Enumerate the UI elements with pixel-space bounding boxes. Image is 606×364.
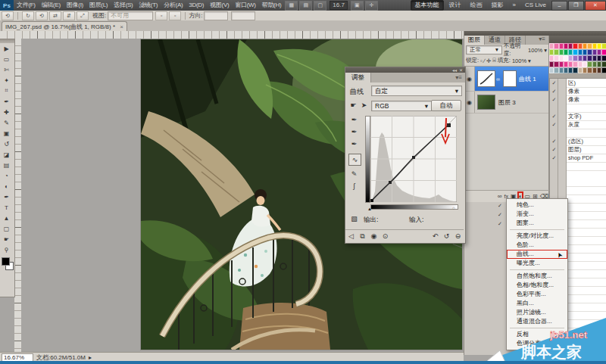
black-slider-icon[interactable]: ▲ — [367, 207, 372, 211]
history-brush-tool[interactable]: ↺ — [0, 138, 13, 149]
zoom-level-field[interactable]: 16.7 — [330, 1, 348, 10]
menu-layer[interactable]: 图层(L) — [86, 0, 111, 11]
clone-stamp-tool[interactable]: ▣ — [0, 128, 13, 138]
return-to-list-icon[interactable]: ◁ — [345, 231, 357, 241]
channel-dropdown[interactable]: RGB ▾ — [371, 101, 432, 111]
color-chips[interactable] — [0, 257, 13, 270]
workspace-photo-button[interactable]: 摄影 — [488, 1, 508, 10]
layer-row-curves[interactable]: ◉ ∞ 曲线 1 — [464, 67, 548, 92]
menu-item-solid-color[interactable]: 纯色... — [507, 201, 567, 210]
visibility-eye-icon[interactable]: ◉ — [464, 92, 475, 113]
lock-transparent-icon[interactable]: ▫ — [480, 58, 483, 64]
layer-name[interactable]: 图层 3 — [498, 98, 516, 107]
panel-menu-icon[interactable]: ▾≡ — [455, 74, 465, 81]
menu-item-gradient[interactable]: 渐变... — [507, 210, 567, 219]
brush-tool[interactable]: ✎ — [0, 117, 13, 128]
visibility-eye-icon[interactable]: ◉ — [464, 67, 475, 91]
menu-help[interactable]: 帮助(H) — [259, 0, 285, 11]
opacity-chevron-icon[interactable]: ▾ — [544, 47, 547, 54]
check-icon[interactable]: ✓ — [550, 145, 558, 154]
menu-item-hue-saturation[interactable]: 色相/饱和度... — [507, 281, 567, 290]
mode-icon-5[interactable]: ⤢ — [77, 11, 89, 20]
menu-view[interactable]: 视图(V) — [207, 0, 232, 11]
menu-item-photo-filter[interactable]: 照片滤镜... — [507, 308, 567, 317]
path-selection-tool[interactable]: ▲ — [0, 213, 13, 223]
check-icon[interactable]: ✓ — [550, 154, 558, 162]
layer-name[interactable]: 曲线 1 — [519, 75, 536, 83]
swatches-header[interactable] — [549, 36, 606, 43]
check-icon[interactable]: ✓ — [550, 95, 558, 104]
collapse-icon[interactable]: ◂◂ — [452, 67, 457, 73]
mini-bridge-icon[interactable]: ▤ — [299, 1, 312, 11]
menu-item-exposure[interactable]: 曝光度... — [507, 259, 567, 268]
marquee-tool[interactable]: ▭ — [0, 54, 13, 64]
move-tool[interactable]: ▶ — [0, 43, 13, 54]
menu-filter[interactable]: 滤镜(T) — [136, 0, 161, 11]
curves-preset-dropdown[interactable]: 自定 ▾ — [371, 86, 462, 96]
check-icon[interactable]: ✓ — [550, 79, 558, 87]
menu-item-levels[interactable]: 色阶... — [507, 241, 567, 250]
document-tab[interactable]: IMG_267.psd @ 16.7%(曲线 1, RGB/8) * × — [2, 21, 127, 32]
workspace-paint-button[interactable]: 绘画 — [467, 1, 486, 10]
pen-tool[interactable]: ✒ — [0, 191, 13, 202]
expanded-view-icon[interactable]: ⧉ — [357, 231, 368, 241]
swatch[interactable] — [601, 55, 606, 61]
menu-item-pattern[interactable]: 图案... — [507, 219, 567, 228]
eyedropper-tool[interactable]: ✒ — [0, 96, 13, 107]
layer-row-photo[interactable]: ◉ 图层 3 — [464, 92, 548, 114]
white-slider-icon[interactable]: ○ — [452, 206, 455, 210]
menu-analysis[interactable]: 分析(A) — [161, 0, 186, 11]
mode-icon-4[interactable]: ⇵ — [63, 11, 75, 20]
curves-layer-thumbnail[interactable] — [477, 70, 495, 87]
status-play-icon[interactable]: ▸ — [89, 354, 92, 361]
close-icon[interactable]: ✕ — [459, 67, 463, 73]
swatch[interactable] — [601, 49, 606, 55]
foreground-color-chip[interactable] — [2, 257, 10, 266]
fill-value[interactable]: 100% — [512, 58, 526, 64]
menu-item-vibrance[interactable]: 自然饱和度... — [507, 272, 567, 281]
panel-menu-icon[interactable]: ▾≡ — [539, 36, 548, 45]
tab-layers[interactable]: 图层 — [464, 36, 485, 45]
workspace-essentials-button[interactable]: 基本功能 — [411, 0, 444, 11]
eraser-tool[interactable]: ◪ — [0, 149, 13, 160]
crop-tool[interactable]: ⌗ — [0, 86, 13, 96]
screen-mode-icon[interactable]: ✛ — [365, 1, 378, 11]
check-icon[interactable]: ✓ — [550, 137, 558, 145]
blur-tool[interactable]: ◔ — [0, 170, 13, 181]
quick-selection-tool[interactable]: ✦ — [0, 75, 13, 86]
workspace-design-button[interactable]: 设计 — [445, 1, 465, 10]
photo-layer-thumbnail[interactable] — [477, 95, 495, 110]
direction-y-field[interactable] — [231, 11, 255, 20]
layer-visibility-icon[interactable]: ⊙ — [380, 231, 391, 241]
clip-to-layer-icon[interactable]: ◉ — [368, 231, 380, 241]
menu-item-black-white[interactable]: 黑白... — [507, 299, 567, 308]
view-extras-icon[interactable]: ▢ — [314, 1, 326, 11]
menu-edit[interactable]: 编辑(E) — [39, 0, 64, 11]
check-icon[interactable]: ✓ — [550, 112, 558, 120]
tool-preset-icon[interactable]: ⟲ — [2, 11, 14, 20]
on-image-adjust-icon[interactable]: ☛ — [348, 100, 359, 110]
pencil-tool-icon[interactable]: ✎ — [348, 169, 360, 179]
mode-icon-1[interactable]: ↻ — [22, 11, 34, 20]
save-view-button[interactable]: ▫ — [155, 11, 167, 20]
menu-3d[interactable]: 3D(D) — [186, 0, 207, 11]
link-layers-icon[interactable]: ∞ — [498, 193, 502, 200]
gradient-tool[interactable]: ▤ — [0, 160, 13, 170]
lock-position-icon[interactable]: ✛ — [486, 58, 491, 64]
opacity-value[interactable]: 100% — [528, 47, 542, 54]
menu-item-color-balance[interactable]: 色彩平衡... — [507, 290, 567, 299]
healing-brush-tool[interactable]: ✚ — [0, 107, 13, 117]
workspace-more-chevron[interactable]: » — [509, 1, 520, 10]
tab-channels[interactable]: 通道 — [485, 36, 505, 45]
window-close-button[interactable]: ✕ — [585, 1, 606, 11]
delete-view-button[interactable]: ▫ — [169, 11, 181, 20]
delete-adjustment-icon[interactable]: ⊖ — [452, 231, 464, 241]
hand-tool[interactable]: ☛ — [0, 234, 13, 244]
status-zoom-field[interactable]: 16.67% — [2, 353, 33, 362]
check-icon[interactable]: ✓ — [550, 120, 558, 129]
fill-chevron-icon[interactable]: ▾ — [528, 58, 531, 64]
grid-options-icon[interactable]: ▧ — [348, 213, 360, 224]
arrange-documents-icon[interactable]: ▣ — [351, 1, 364, 11]
black-point-eyedropper-icon[interactable]: ✒ — [348, 114, 360, 125]
swatch[interactable] — [601, 61, 606, 67]
